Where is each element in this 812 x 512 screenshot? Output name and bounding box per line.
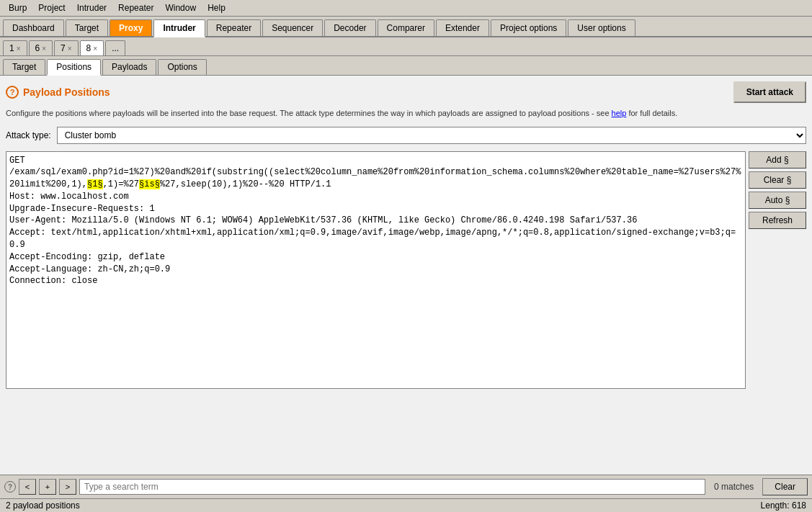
- sub-tab-8[interactable]: 8 ×: [80, 40, 104, 55]
- menu-burp[interactable]: Burp: [3, 1, 32, 14]
- refresh-button[interactable]: Refresh: [749, 212, 806, 229]
- right-buttons: Add § Clear § Auto § Refresh: [749, 151, 806, 389]
- sub-tab-more[interactable]: ...: [105, 40, 125, 55]
- inner-tab-positions[interactable]: Positions: [47, 59, 101, 76]
- help-icon[interactable]: ?: [6, 86, 19, 99]
- description-text: Configure the positions where payloads w…: [6, 107, 806, 120]
- section-title: Payload Positions: [23, 86, 110, 98]
- sub-tab-6[interactable]: 6 ×: [29, 40, 53, 55]
- sub-tab-7[interactable]: 7 ×: [54, 40, 79, 55]
- length-info: Length: 618: [761, 500, 806, 511]
- tab-dashboard[interactable]: Dashboard: [3, 19, 64, 36]
- matches-label: 0 matches: [708, 482, 759, 492]
- sub-tab-6-label: 6: [35, 43, 40, 53]
- tab-project-options[interactable]: Project options: [491, 19, 566, 36]
- status-bar: 2 payload positions Length: 618: [0, 498, 812, 512]
- inner-tab-options[interactable]: Options: [158, 59, 206, 75]
- request-section: GET /exam/sql/exam0.php?id=1%27)%20and%2…: [6, 151, 806, 389]
- attack-type-select[interactable]: Sniper Battering ram Pitchfork Cluster b…: [57, 127, 806, 144]
- menu-window[interactable]: Window: [159, 1, 202, 14]
- search-input[interactable]: [79, 479, 705, 495]
- request-display[interactable]: GET /exam/sql/exam0.php?id=1%27)%20and%2…: [6, 151, 746, 389]
- attack-type-label: Attack type:: [6, 130, 51, 140]
- inner-tab-payloads[interactable]: Payloads: [102, 59, 156, 75]
- tab-intruder[interactable]: Intruder: [153, 19, 205, 37]
- nav-next-up-button[interactable]: +: [39, 479, 56, 495]
- inner-tab-target[interactable]: Target: [3, 59, 45, 75]
- sub-tab-8-close[interactable]: ×: [93, 45, 97, 53]
- section-header: ? Payload Positions Start attack: [6, 81, 806, 103]
- clear-button[interactable]: Clear: [762, 478, 808, 495]
- tab-proxy[interactable]: Proxy: [110, 19, 152, 36]
- menu-repeater[interactable]: Repeater: [112, 1, 159, 14]
- menu-project[interactable]: Project: [32, 1, 71, 14]
- sub-tab-bar: 1 × 6 × 7 × 8 × ...: [0, 37, 812, 56]
- attack-type-row: Attack type: Sniper Battering ram Pitchf…: [6, 127, 806, 144]
- tab-user-options[interactable]: User options: [568, 19, 635, 36]
- sub-tab-1-label: 1: [9, 43, 14, 53]
- bottom-search-bar: ? < + > 0 matches Clear: [0, 475, 812, 498]
- add-section-button[interactable]: Add §: [749, 151, 806, 169]
- app-window: Burp Project Intruder Repeater Window He…: [0, 0, 812, 512]
- tab-decoder[interactable]: Decoder: [324, 19, 375, 36]
- nav-next-button[interactable]: >: [59, 479, 76, 495]
- sub-tab-8-label: 8: [86, 43, 92, 53]
- menu-help[interactable]: Help: [202, 1, 231, 14]
- help-link[interactable]: help: [612, 109, 627, 117]
- clear-section-button[interactable]: Clear §: [749, 171, 806, 189]
- sub-tab-1[interactable]: 1 ×: [3, 40, 27, 55]
- main-tab-bar: Dashboard Target Proxy Intruder Repeater…: [0, 17, 812, 37]
- sub-tab-1-close[interactable]: ×: [17, 45, 21, 53]
- nav-prev-button[interactable]: <: [19, 479, 36, 495]
- inner-tab-bar: Target Positions Payloads Options: [0, 56, 812, 76]
- tab-sequencer[interactable]: Sequencer: [262, 19, 323, 36]
- tab-target[interactable]: Target: [66, 19, 108, 36]
- sub-tab-more-label: ...: [112, 43, 119, 53]
- sub-tab-6-close[interactable]: ×: [42, 45, 46, 53]
- tab-comparer[interactable]: Comparer: [378, 19, 434, 36]
- bottom-help-icon[interactable]: ?: [4, 481, 16, 493]
- menu-bar: Burp Project Intruder Repeater Window He…: [0, 0, 812, 17]
- start-attack-button[interactable]: Start attack: [733, 81, 806, 103]
- menu-intruder[interactable]: Intruder: [71, 1, 112, 14]
- tab-repeater[interactable]: Repeater: [207, 19, 261, 36]
- sub-tab-7-close[interactable]: ×: [68, 45, 72, 53]
- payload-positions-count: 2 payload positions: [6, 500, 80, 511]
- tab-extender[interactable]: Extender: [436, 19, 489, 36]
- auto-section-button[interactable]: Auto §: [749, 192, 806, 209]
- content-area: ? Payload Positions Start attack Configu…: [0, 76, 812, 475]
- sub-tab-7-label: 7: [61, 43, 66, 53]
